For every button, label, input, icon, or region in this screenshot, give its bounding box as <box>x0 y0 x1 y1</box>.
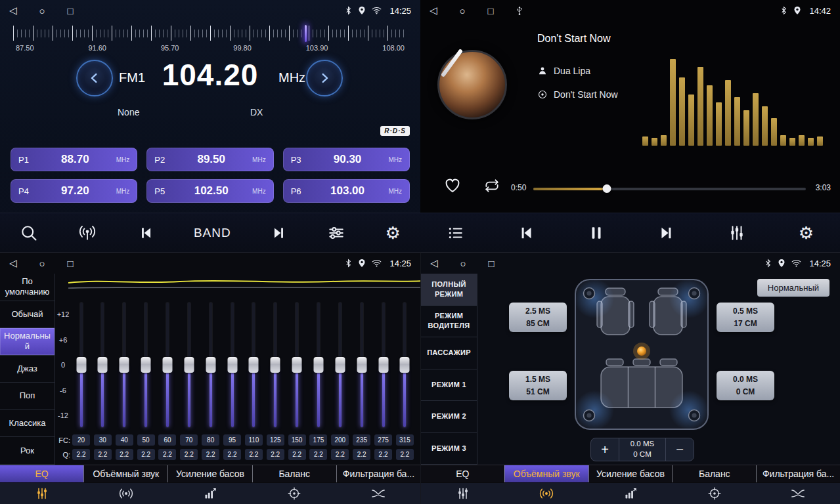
eq-band-slider[interactable] <box>72 303 90 427</box>
preset-button-p3[interactable]: P390.30MHz <box>283 148 410 171</box>
progress-thumb[interactable] <box>603 184 611 193</box>
slider-handle[interactable] <box>184 357 194 373</box>
preset-button-p5[interactable]: P5102.50MHz <box>146 179 273 203</box>
eq-preset-item[interactable]: Нормальный <box>0 328 55 356</box>
sf-mode-item[interactable]: РЕЖИМ ВОДИТЕЛЯ <box>421 306 477 338</box>
progress-bar[interactable] <box>533 188 806 190</box>
eq-preset-item[interactable]: Классика <box>0 410 55 438</box>
surround-sound-icon[interactable] <box>84 483 168 504</box>
nav-home-icon[interactable]: ○ <box>39 258 45 269</box>
eq-band-slider[interactable] <box>396 303 414 427</box>
bass-boost-icon[interactable] <box>168 483 252 504</box>
eq-band-slider[interactable] <box>180 303 198 427</box>
slider-handle[interactable] <box>292 357 302 373</box>
preset-button-p6[interactable]: P6103.00MHz <box>283 179 410 203</box>
slider-handle[interactable] <box>313 357 323 373</box>
eq-band-slider[interactable] <box>267 303 284 427</box>
slider-handle[interactable] <box>98 357 108 373</box>
slider-handle[interactable] <box>335 357 345 373</box>
eq-faders-icon[interactable] <box>421 483 505 504</box>
pause-icon[interactable] <box>588 224 605 242</box>
seat-diagram[interactable] <box>572 276 711 434</box>
tab-eq[interactable]: EQ <box>421 465 504 482</box>
eq-preset-item[interactable]: Поп <box>0 383 55 410</box>
slider-handle[interactable] <box>378 357 388 373</box>
next-station-icon[interactable] <box>271 224 288 242</box>
tab-balance[interactable]: Баланс <box>252 465 336 482</box>
filter-icon[interactable] <box>336 483 420 504</box>
delay-front-left[interactable]: 2.5 MS 85 CM <box>509 303 567 332</box>
previous-station-icon[interactable] <box>137 224 154 242</box>
tune-down-button[interactable] <box>76 60 113 96</box>
eq-preset-item[interactable]: Рок <box>0 437 55 465</box>
slider-handle[interactable] <box>400 357 410 373</box>
bass-boost-icon[interactable] <box>588 483 673 504</box>
slider-handle[interactable] <box>120 357 129 373</box>
audio-settings-icon[interactable] <box>327 224 345 242</box>
eq-band-slider[interactable] <box>223 303 241 427</box>
frequency-needle[interactable] <box>305 25 307 42</box>
delay-plus-button[interactable]: + <box>591 442 619 457</box>
nav-recents-icon[interactable]: □ <box>68 258 74 269</box>
tab-surround[interactable]: Объёмный звук <box>504 465 588 482</box>
repeat-icon[interactable] <box>482 177 502 197</box>
search-icon[interactable] <box>20 224 38 242</box>
tab-bass-boost[interactable]: Усиление басов <box>588 465 673 482</box>
sound-preset-button[interactable]: Нормальный <box>757 279 829 297</box>
tab-filter[interactable]: Фильтрация ба... <box>336 465 420 482</box>
filter-icon[interactable] <box>756 483 840 504</box>
tab-surround[interactable]: Объёмный звук <box>83 465 167 482</box>
slider-handle[interactable] <box>141 357 151 373</box>
nav-recents-icon[interactable]: □ <box>68 5 74 16</box>
nav-back-icon[interactable]: ◁ <box>9 5 17 16</box>
balance-icon[interactable] <box>252 483 336 504</box>
slider-handle[interactable] <box>271 357 280 373</box>
tab-filter[interactable]: Фильтрация ба... <box>756 465 840 482</box>
delay-rear-left[interactable]: 1.5 MS 51 CM <box>509 371 567 400</box>
eq-preset-item[interactable]: По умолчанию <box>0 274 55 301</box>
nav-home-icon[interactable]: ○ <box>39 5 45 16</box>
sf-mode-item[interactable]: ПОЛНЫЙ РЕЖИМ <box>421 274 477 306</box>
eq-preset-item[interactable]: Обычай <box>0 301 55 329</box>
surround-sound-icon[interactable] <box>505 483 589 504</box>
slider-handle[interactable] <box>162 357 172 373</box>
nav-back-icon[interactable]: ◁ <box>430 5 437 16</box>
settings-gear-icon[interactable]: ⚙ <box>386 224 401 242</box>
sf-mode-item[interactable]: РЕЖИМ 3 <box>421 433 477 465</box>
eq-band-slider[interactable] <box>331 303 349 427</box>
eq-preset-item[interactable]: Джаз <box>0 356 55 383</box>
tab-balance[interactable]: Баланс <box>672 465 756 482</box>
slider-handle[interactable] <box>357 357 366 373</box>
eq-band-slider[interactable] <box>94 303 112 427</box>
favorite-heart-icon[interactable] <box>443 176 462 197</box>
delay-front-right[interactable]: 0.5 MS 17 CM <box>717 303 774 332</box>
nav-home-icon[interactable]: ○ <box>460 5 466 16</box>
preset-button-p1[interactable]: P188.70MHz <box>11 148 137 171</box>
eq-band-slider[interactable] <box>137 303 155 427</box>
band-button[interactable]: BAND <box>194 226 231 240</box>
nav-recents-icon[interactable]: □ <box>488 5 494 16</box>
eq-band-slider[interactable] <box>245 303 263 427</box>
tab-eq[interactable]: EQ <box>0 465 83 482</box>
slider-handle[interactable] <box>206 357 215 373</box>
playlist-icon[interactable] <box>447 224 465 242</box>
sf-mode-item[interactable]: РЕЖИМ 2 <box>421 401 477 433</box>
delay-minus-button[interactable]: − <box>666 442 694 457</box>
eq-band-slider[interactable] <box>158 303 176 427</box>
eq-band-slider[interactable] <box>353 303 370 427</box>
sf-mode-item[interactable]: ПАССАЖИР <box>421 337 477 369</box>
scan-broadcast-icon[interactable] <box>77 224 97 242</box>
eq-band-slider[interactable] <box>116 303 133 427</box>
sf-mode-item[interactable]: РЕЖИМ 1 <box>421 369 477 402</box>
settings-gear-icon[interactable]: ⚙ <box>799 224 814 242</box>
frequency-scale[interactable] <box>13 25 407 42</box>
slider-handle[interactable] <box>76 357 86 373</box>
slider-handle[interactable] <box>227 357 237 373</box>
preset-button-p2[interactable]: P289.50MHz <box>146 148 273 171</box>
eq-band-slider[interactable] <box>374 303 392 427</box>
eq-band-slider[interactable] <box>309 303 327 427</box>
slider-handle[interactable] <box>249 357 259 373</box>
nav-recents-icon[interactable]: □ <box>489 258 495 269</box>
nav-back-icon[interactable]: ◁ <box>9 257 17 269</box>
mixer-faders-icon[interactable] <box>728 224 746 242</box>
